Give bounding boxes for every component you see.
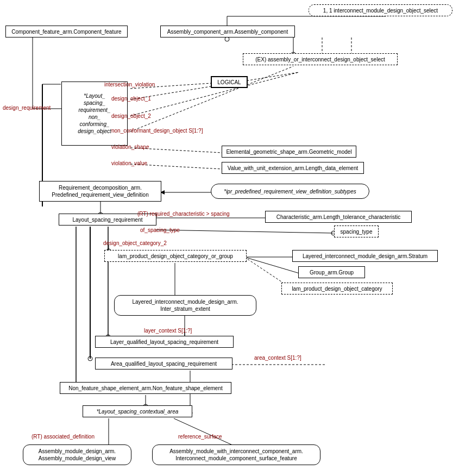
assembly-or-interconnect-box: (EX) assembly_or_interconnect_design_obj… (243, 53, 398, 65)
non-conformant-label: non_conformant_design_object S[1:?] (111, 128, 203, 134)
area-context-label: area_context S[1:?] (254, 355, 301, 361)
svg-point-3 (225, 37, 229, 41)
svg-line-43 (174, 418, 234, 446)
group-arm-box: Group_arm.Group (298, 266, 365, 278)
svg-point-36 (88, 356, 92, 361)
layered-inter-stratum-box: Layered_interconnect_module_design_arm. … (114, 295, 256, 316)
value-with-unit-box: Value_with_unit_extension_arm.Length_dat… (222, 162, 364, 174)
svg-line-29 (244, 257, 299, 273)
svg-line-24 (156, 230, 334, 233)
assembly-module-design-box: Assembly_module_design_arm. Assembly_mod… (23, 444, 131, 465)
layout-spacing-contextual-box: *Layout_spacing_contextual_area (83, 405, 192, 417)
diagram-lines (0, 0, 459, 476)
intersection-violation-label: intersection_violation (104, 82, 155, 87)
ipr-predefined-box: *ipr_predefined_requirement_view_definit… (211, 184, 369, 199)
of-spacing-type-label: of_spacing_type (140, 227, 180, 233)
characteristic-arm-box: Characteristic_arm.Length_tolerance_char… (265, 211, 412, 223)
layered-interconnect-stratum-box: Layered_interconnect_module_design_arm.S… (292, 250, 438, 262)
reference-surface-label: reference_surface (178, 434, 222, 440)
violation-value-label: violation_value (111, 160, 147, 166)
spacing-type-box: spacing_type (334, 226, 379, 237)
area-qualified-box: Area_qualified_layout_spacing_requiremen… (95, 358, 232, 369)
requirement-decomposition-box: Requirement_decomposition_arm. Predefine… (39, 181, 161, 202)
assembly-component-box: Assembly_component_arm.Assembly_componen… (160, 26, 295, 37)
required-characteristic-label: (RT) required_characteristic > spacing (137, 211, 230, 217)
design-object-2-label: design_object_2 (111, 113, 151, 119)
design-requirement-label: design_requirement (3, 105, 51, 111)
interconnect-module-box: 1, 1 interconnect_module_design_object_s… (309, 4, 452, 16)
component-feature-box: Component_feature_arm.Component_feature (5, 26, 128, 37)
assembly-module-with-interconnect-box: Assembly_module_with_interconnect_compon… (152, 444, 320, 465)
layer-context-label: layer_context S[1:?] (144, 328, 192, 334)
diagram-container: 1, 1 interconnect_module_design_object_s… (0, 0, 459, 476)
elemental-geometric-box: Elemental_geometric_shape_arm.Geometric_… (222, 146, 356, 158)
logical-box: LOGICAL (211, 76, 248, 88)
layer-qualified-box: Layer_qualified_layout_spacing_requireme… (95, 336, 234, 348)
associated-definition-label: (RT) associated_definition (32, 434, 95, 440)
lam-product-category-or-group-box: lam_product_design_object_category_or_gr… (104, 250, 247, 262)
non-feature-shape-box: Non_feature_shape_element_arm.Non_featur… (60, 382, 231, 394)
design-object-1-label: design_object_1 (111, 96, 151, 102)
design-object-category-2-label: design_object_category_2 (103, 240, 167, 246)
lam-product-category-box: lam_product_design_object_category (281, 283, 393, 295)
violation-shape-label: violation_shape (111, 144, 149, 150)
